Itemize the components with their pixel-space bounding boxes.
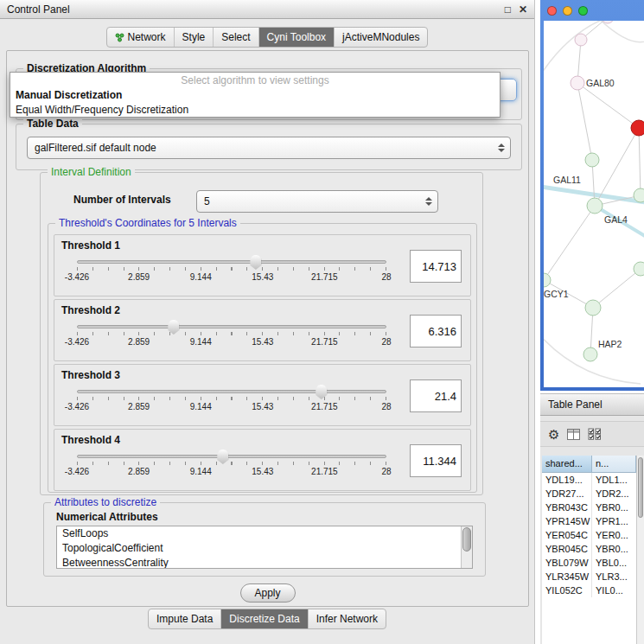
threshold-1-slider[interactable]: [77, 260, 386, 264]
table-row[interactable]: YDR27...YDR2...: [542, 487, 636, 501]
list-item[interactable]: BetweennessCentrality: [57, 556, 472, 569]
table-cell[interactable]: YBR0...: [592, 542, 636, 556]
float-window-icon[interactable]: □: [505, 3, 511, 16]
table-row[interactable]: YIL052CYIL0...: [542, 583, 636, 597]
table-panel-titlebar: Table Panel: [540, 393, 644, 416]
cyni-toolbox-panel: Discretization Algorithm Select algorith…: [6, 50, 529, 607]
number-of-intervals-combobox[interactable]: 5: [196, 190, 438, 213]
threshold-1-value-field[interactable]: 14.713: [410, 250, 462, 283]
table-scrollbar[interactable]: [636, 456, 644, 644]
mac-close-button[interactable]: [547, 6, 557, 16]
gear-icon[interactable]: ⚙: [548, 428, 559, 441]
number-of-intervals-label: Number of Intervals: [73, 194, 171, 206]
table-cell[interactable]: YDR2...: [592, 487, 636, 501]
table-cell[interactable]: YIL052C: [542, 583, 592, 597]
table-cell[interactable]: YDR27...: [542, 487, 592, 501]
scale-label: 2.859: [128, 467, 150, 476]
network-node[interactable]: [585, 300, 601, 316]
column-visibility-icon[interactable]: [588, 428, 602, 440]
network-node[interactable]: [587, 198, 603, 214]
table-row[interactable]: YBL079WYBL0...: [542, 556, 636, 570]
threshold-label: Threshold 2: [61, 304, 120, 316]
attributes-list[interactable]: SelfLoops TopologicalCoefficient Between…: [56, 526, 473, 569]
network-node[interactable]: [585, 153, 599, 167]
threshold-4-slider[interactable]: [77, 455, 386, 458]
table-cell[interactable]: YER0...: [592, 528, 636, 542]
scrollbar-thumb[interactable]: [638, 457, 643, 518]
scale-label: 28: [381, 402, 391, 411]
close-icon[interactable]: ✕: [519, 3, 527, 16]
table-cell[interactable]: YER054C: [542, 528, 592, 542]
network-node[interactable]: [631, 120, 644, 136]
tab-infer-network[interactable]: Infer Network: [308, 609, 386, 628]
network-node[interactable]: [571, 76, 584, 90]
table-cell[interactable]: YBR0...: [592, 501, 636, 514]
threshold-2-value-field[interactable]: 6.316: [410, 315, 462, 348]
threshold-label: Threshold 3: [61, 369, 120, 381]
scale-label: 15.43: [252, 337, 273, 347]
algorithm-dropdown-popup: Select algorithm to view settings Manual…: [10, 72, 501, 118]
network-tab-icon: [115, 33, 124, 42]
table-cell[interactable]: YLR345W: [542, 570, 592, 583]
slider-ticks: [77, 267, 386, 271]
numerical-attributes-label: Numerical Attributes: [56, 511, 158, 523]
scale-label: 21.715: [311, 402, 338, 411]
column-header-shared-name[interactable]: shared...: [542, 456, 592, 473]
table-cell[interactable]: YDL1...: [592, 473, 636, 487]
table-cell[interactable]: YPR145W: [542, 514, 592, 528]
table-row[interactable]: YBR043CYBR0...: [542, 501, 636, 514]
tab-style[interactable]: Style: [174, 28, 214, 47]
table-cell[interactable]: YIL0...: [592, 583, 636, 597]
table-cell[interactable]: YBL079W: [542, 556, 592, 570]
dropdown-option-equal-width[interactable]: Equal Width/Frequency Discretization: [10, 103, 500, 118]
threshold-3-slider[interactable]: [77, 390, 386, 393]
threshold-3-value-field[interactable]: 21.4: [410, 379, 462, 412]
table-cell[interactable]: YBR043C: [542, 501, 592, 514]
network-node[interactable]: [583, 348, 597, 361]
mac-zoom-button[interactable]: [578, 6, 588, 16]
table-row[interactable]: YLR345WYLR3...: [542, 570, 636, 583]
table-cell[interactable]: YDL19...: [542, 473, 592, 487]
scale-label: 28: [381, 467, 391, 476]
table-data-group: Table Data galFiltered.sif default node: [16, 124, 522, 170]
network-node[interactable]: [634, 262, 644, 276]
threshold-2-slider[interactable]: [77, 325, 386, 328]
scale-label: 21.715: [311, 272, 338, 282]
tab-select[interactable]: Select: [213, 28, 258, 47]
threshold-label: Threshold 4: [61, 434, 120, 446]
table-row[interactable]: YDL19...YDL1...: [542, 473, 636, 487]
threshold-4-value-field[interactable]: 11.344: [410, 444, 462, 477]
scale-label: -3.426: [65, 467, 89, 476]
table-cell[interactable]: YPR1...: [592, 514, 636, 528]
dropdown-option-manual-discretization[interactable]: Manual Discretization: [10, 88, 500, 103]
table-cell[interactable]: YBL0...: [592, 556, 636, 570]
tab-impute-data[interactable]: Impute Data: [149, 609, 220, 628]
threshold-3-panel: Threshold 3 -3.4262.8599.14415.4321.7152…: [54, 364, 471, 426]
tab-network[interactable]: Network: [107, 28, 174, 47]
table-row[interactable]: YPR145WYPR1...: [542, 514, 636, 528]
top-tab-bar: Network Style Select Cyni Toolbox jActiv…: [0, 27, 534, 48]
table-cell[interactable]: YLR3...: [592, 570, 636, 583]
table-cell[interactable]: YBR045C: [542, 542, 592, 556]
list-item[interactable]: SelfLoops: [57, 526, 472, 541]
network-node[interactable]: [634, 188, 644, 202]
network-canvas[interactable]: GAL80GAL11GAL4GCY1HAP2: [544, 21, 644, 387]
list-item[interactable]: TopologicalCoefficient: [57, 541, 472, 556]
network-node[interactable]: [544, 273, 551, 287]
scrollbar-thumb[interactable]: [462, 527, 471, 552]
dropdown-placeholder-item[interactable]: Select algorithm to view settings: [10, 73, 500, 88]
interval-definition-group: Interval Definition Number of Intervals …: [40, 172, 483, 495]
tab-cyni-toolbox[interactable]: Cyni Toolbox: [258, 28, 334, 47]
tab-jactivemnodules[interactable]: jActiveMNodules: [334, 28, 427, 47]
attributes-scrollbar[interactable]: [461, 526, 472, 568]
column-header-name[interactable]: n...: [592, 456, 636, 473]
network-node[interactable]: [575, 34, 587, 46]
scale-label: 15.43: [252, 272, 273, 282]
show-columns-icon[interactable]: [567, 429, 580, 440]
mac-minimize-button[interactable]: [563, 6, 572, 16]
table-data-combobox[interactable]: galFiltered.sif default node: [27, 137, 511, 159]
apply-button[interactable]: Apply: [240, 583, 296, 603]
table-row[interactable]: YER054CYER0...: [542, 528, 636, 542]
table-row[interactable]: YBR045CYBR0...: [542, 542, 636, 556]
tab-discretize-data[interactable]: Discretize Data: [220, 609, 307, 628]
